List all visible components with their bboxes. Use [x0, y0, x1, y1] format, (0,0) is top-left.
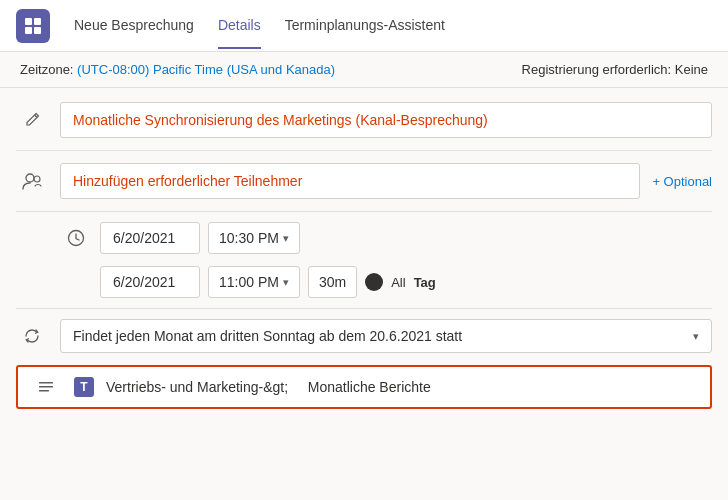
- header: Neue Besprechung Details Terminplanungs-…: [0, 0, 728, 52]
- svg-rect-8: [39, 386, 53, 388]
- allday-toggle[interactable]: [365, 273, 383, 291]
- tab-neue-besprechung[interactable]: Neue Besprechung: [74, 3, 194, 49]
- allday-all-label: All: [391, 275, 405, 290]
- tab-terminplanungs-assistent[interactable]: Terminplanungs-Assistent: [285, 3, 445, 49]
- recurrence-chevron: ▾: [693, 330, 699, 343]
- title-row: Monatliche Synchronisierung des Marketin…: [16, 96, 712, 144]
- timezone-value: (UTC-08:00) Pacific Time (USA und Kanada…: [77, 62, 335, 77]
- edit-icon: [16, 111, 48, 129]
- end-time-chevron: ▾: [283, 276, 289, 289]
- recurrence-field[interactable]: Findet jeden Monat am dritten Sonntag ab…: [60, 319, 712, 353]
- svg-rect-0: [25, 18, 32, 25]
- svg-point-4: [26, 174, 34, 182]
- svg-rect-1: [34, 18, 41, 25]
- attendees-field[interactable]: Hinzufügen erforderlicher Teilnehmer: [60, 163, 640, 199]
- attendees-row: Hinzufügen erforderlicher Teilnehmer + O…: [16, 157, 712, 205]
- attendees-icon: [16, 172, 48, 190]
- clock-icon: [60, 229, 92, 247]
- optional-button[interactable]: + Optional: [652, 174, 712, 189]
- start-time-field[interactable]: 10:30 PM ▾: [208, 222, 300, 254]
- end-date-field[interactable]: 6/20/2021: [100, 266, 200, 298]
- title-field[interactable]: Monatliche Synchronisierung des Marketin…: [60, 102, 712, 138]
- svg-rect-9: [39, 390, 49, 392]
- start-time-chevron: ▾: [283, 232, 289, 245]
- allday-tag: Tag: [414, 275, 436, 290]
- channel-row[interactable]: T Vertriebs- und Marketing-&gt; Monatlic…: [16, 365, 712, 409]
- tab-details[interactable]: Details: [218, 3, 261, 49]
- channel-path-text: Vertriebs- und Marketing-&gt; Monatliche…: [106, 379, 431, 395]
- start-datetime-row: 6/20/2021 10:30 PM ▾: [16, 218, 712, 258]
- app-icon: [16, 9, 50, 43]
- duration-field[interactable]: 30m: [308, 266, 357, 298]
- svg-rect-7: [39, 382, 53, 384]
- form-area: Monatliche Synchronisierung des Marketin…: [0, 88, 728, 500]
- end-datetime-row: 6/20/2021 11:00 PM ▾ 30m All Tag: [16, 262, 712, 302]
- start-date-field[interactable]: 6/20/2021: [100, 222, 200, 254]
- end-time-field[interactable]: 11:00 PM ▾: [208, 266, 300, 298]
- timezone-bar: Zeitzone: (UTC-08:00) Pacific Time (USA …: [0, 52, 728, 88]
- channel-list-icon: [30, 378, 62, 396]
- registration-label: Registrierung erforderlich: Keine: [522, 62, 708, 77]
- svg-point-5: [34, 176, 40, 182]
- teams-icon: T: [74, 377, 94, 397]
- svg-rect-2: [25, 27, 32, 34]
- recurrence-row: Findet jeden Monat am dritten Sonntag ab…: [16, 315, 712, 357]
- svg-rect-3: [34, 27, 41, 34]
- timezone-label: Zeitzone: (UTC-08:00) Pacific Time (USA …: [20, 62, 335, 77]
- recurrence-icon: [16, 327, 48, 345]
